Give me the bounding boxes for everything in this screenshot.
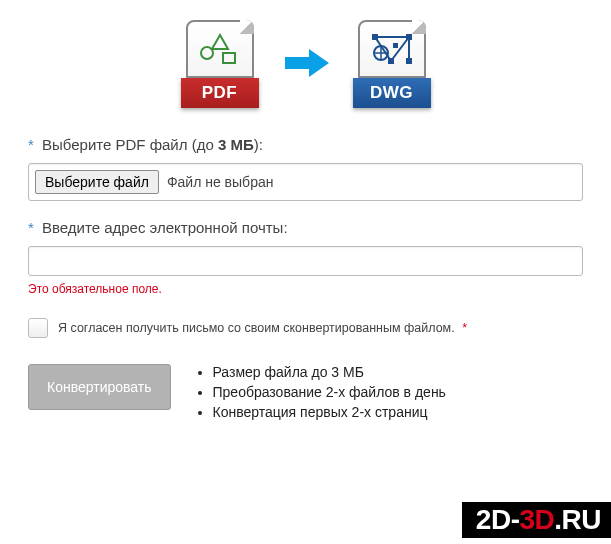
svg-rect-13 (406, 58, 412, 64)
notes-list: Размер файла до 3 МБ Преобразование 2-х … (193, 364, 446, 424)
consent-label: Я согласен получить письмо со своим скон… (58, 321, 467, 335)
pdf-shapes-icon (186, 20, 254, 78)
pdf-label: PDF (181, 78, 259, 108)
svg-line-7 (391, 37, 409, 61)
file-field-label: * Выберите PDF файл (до 3 МБ): (28, 136, 583, 153)
svg-rect-15 (393, 43, 398, 48)
svg-rect-12 (406, 34, 412, 40)
target-format-card: DWG (347, 20, 437, 108)
dwg-nodes-icon (358, 20, 426, 78)
source-format-card: PDF (175, 20, 265, 108)
file-input[interactable]: Выберите файл Файл не выбран (28, 163, 583, 201)
email-field-label: * Введите адрес электронной почты: (28, 219, 583, 236)
list-item: Преобразование 2-х файлов в день (213, 384, 446, 400)
convert-button[interactable]: Конвертировать (28, 364, 171, 410)
file-field-row: * Выберите PDF файл (до 3 МБ): Выберите … (28, 136, 583, 201)
list-item: Конвертация первых 2-х страниц (213, 404, 446, 420)
svg-rect-11 (372, 34, 378, 40)
required-asterisk: * (462, 321, 467, 335)
required-asterisk: * (28, 219, 34, 236)
email-field-row: * Введите адрес электронной почты: Это о… (28, 219, 583, 296)
email-error-message: Это обязательное поле. (28, 282, 583, 296)
svg-rect-2 (223, 53, 235, 63)
svg-marker-3 (285, 49, 329, 77)
dwg-label: DWG (353, 78, 431, 108)
arrow-right-icon (279, 43, 333, 86)
svg-rect-14 (388, 58, 394, 64)
conversion-hero: PDF (28, 20, 583, 108)
required-asterisk: * (28, 136, 34, 153)
consent-row: Я согласен получить письмо со своим скон… (28, 318, 583, 338)
svg-marker-1 (212, 35, 228, 49)
svg-line-6 (375, 37, 391, 61)
list-item: Размер файла до 3 МБ (213, 364, 446, 380)
choose-file-button[interactable]: Выберите файл (35, 170, 159, 194)
file-input-placeholder: Файл не выбран (167, 174, 274, 190)
consent-checkbox[interactable] (28, 318, 48, 338)
email-input[interactable] (28, 246, 583, 276)
action-row: Конвертировать Размер файла до 3 МБ Прео… (28, 364, 583, 424)
